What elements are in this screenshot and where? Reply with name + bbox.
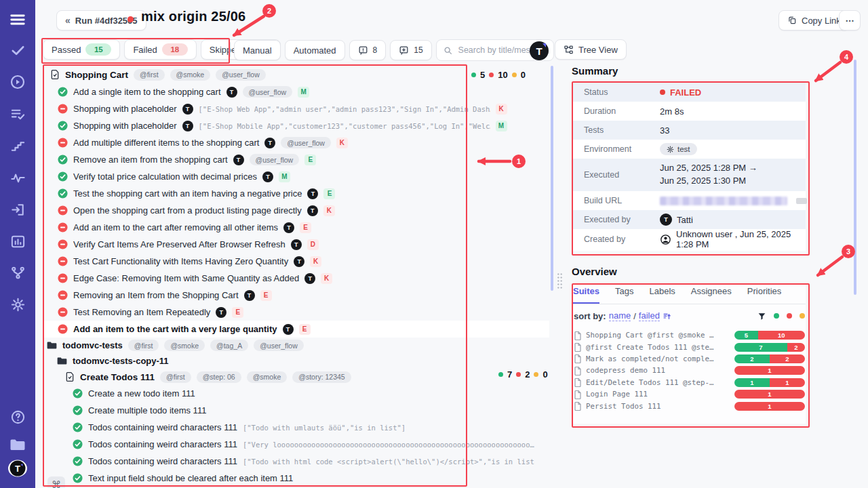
tab-suites[interactable]: Suites — [573, 286, 599, 304]
panel-resize-handle[interactable] — [557, 272, 563, 290]
failed-filter-dot[interactable] — [787, 313, 792, 319]
testomat-logo-icon: T — [304, 273, 315, 284]
panel-scrollbar[interactable] — [854, 60, 856, 295]
tag-pill[interactable]: @user_flow — [250, 154, 300, 165]
test-row[interactable]: Remove an item from the shopping cartT@u… — [43, 151, 549, 168]
test-row[interactable]: Shopping with placeholderT["E-Shop Mobil… — [43, 117, 549, 134]
test-row[interactable]: Todos containing weird characters 111["T… — [43, 453, 549, 470]
tree-view-button[interactable]: Tree View — [555, 39, 627, 60]
comments-button-2[interactable]: 15 — [390, 40, 431, 60]
testomat-logo-icon[interactable]: T — [530, 41, 549, 60]
tag-pill[interactable]: @first — [134, 69, 165, 81]
folder-row[interactable]: todomvc-tests@first@smoke@tag_A@user_flo… — [43, 338, 549, 353]
automated-filter-button[interactable]: Automated — [285, 40, 345, 60]
summary-row-environment: Environmenttest — [573, 140, 806, 159]
tag-pill[interactable]: @smoke — [170, 69, 211, 81]
sort-by-name[interactable]: name — [609, 310, 631, 321]
ellipsis-icon: ⋯ — [846, 16, 854, 26]
summary-value: TTatti — [660, 214, 693, 226]
list-check-icon — [10, 106, 26, 122]
sidebar-item-chart[interactable] — [0, 231, 35, 251]
test-row[interactable]: Shopping with placeholderT["E-Shop Web A… — [43, 100, 549, 117]
owner-badge: E — [323, 188, 335, 199]
tag-pill[interactable]: @tag_A — [210, 340, 248, 351]
main-scrollbar[interactable] — [551, 66, 553, 291]
suite-row[interactable]: Create Todos 111@first@step: 06@smoke@st… — [43, 369, 549, 385]
test-row[interactable]: Add a single item to the shopping cartT@… — [43, 83, 549, 100]
overview-suite-row[interactable]: codepress demo 1111 — [574, 365, 805, 376]
tab-assignees[interactable]: Assignees — [691, 286, 732, 304]
results-bar: 11 — [734, 378, 805, 387]
passed-filter-dot[interactable] — [774, 313, 779, 319]
owner-badge: E — [232, 307, 243, 318]
failed-icon — [58, 256, 68, 266]
test-row[interactable]: Todos containing weird characters 111["V… — [43, 436, 549, 453]
test-row[interactable]: Test Removing an Item RepeatedlyTE — [43, 304, 549, 321]
summary-row-executed: ExecutedJun 25, 2025 1:28 PM →Jun 25, 20… — [573, 159, 806, 191]
summary-label: Build URL — [573, 196, 660, 205]
sidebar-item-activity[interactable] — [0, 167, 35, 188]
svg-text:T: T — [15, 464, 20, 474]
test-row[interactable]: Test Cart Functionality with Items Havin… — [43, 253, 549, 270]
tag-pill[interactable]: @user_flow — [281, 137, 331, 148]
testomat-logo-icon: T — [216, 307, 226, 318]
sidebar-item-menu[interactable] — [0, 9, 35, 30]
tab-priorities[interactable]: Priorities — [747, 286, 782, 304]
overview-suite-row[interactable]: Shopping Cart @first @smoke …510 — [574, 329, 805, 341]
tab-tags[interactable]: Tags — [615, 286, 633, 304]
sidebar-item-check[interactable] — [0, 40, 35, 60]
test-row[interactable]: Open the shopping cart from a product li… — [43, 202, 549, 219]
tag-pill[interactable]: @first — [128, 340, 159, 351]
overview-suite-row[interactable]: Edit/Delete Todos 111 @step-…11 — [574, 377, 805, 388]
comments-button-1[interactable]: 8 — [349, 40, 387, 60]
sidebar-item-branch[interactable] — [0, 262, 35, 283]
overview-suite-row[interactable]: Login Page 1111 — [574, 388, 805, 400]
tag-pill[interactable]: @smoke — [164, 340, 205, 351]
tag-pill[interactable]: @user_flow — [254, 340, 304, 351]
tag-pill[interactable]: @user_flow — [216, 69, 266, 81]
filter-count-badge: 15 — [85, 43, 111, 56]
test-row[interactable]: Verify total price calculation with deci… — [43, 168, 549, 185]
tab-labels[interactable]: Labels — [649, 286, 675, 304]
tag-pill[interactable]: @story: 12345 — [292, 371, 351, 383]
sidebar-item-brand-logo[interactable]: T — [0, 458, 35, 479]
test-row[interactable]: Text input field should be cleared after… — [43, 470, 549, 487]
tag-pill[interactable]: @first — [160, 371, 191, 383]
sidebar-item-list-check[interactable] — [0, 104, 35, 124]
test-row[interactable]: Todos containing weird characters 111["T… — [43, 419, 549, 436]
filter-failed-button[interactable]: Failed18 — [124, 39, 196, 60]
environment-badge[interactable]: test — [660, 143, 697, 155]
app-sidebar: T — [0, 0, 35, 488]
manual-filter-button[interactable]: Manual — [234, 40, 281, 60]
overview-suite-row[interactable]: @first Create Todos 111 @ste…72 — [574, 341, 805, 352]
overview-suite-row[interactable]: Persist Todos 1111 — [574, 400, 805, 411]
test-row[interactable]: Add an item to the cart with a very larg… — [43, 321, 549, 338]
funnel-icon[interactable] — [757, 312, 766, 321]
folder-row[interactable]: todomvc-tests-copy-11 — [43, 353, 549, 369]
sidebar-item-help[interactable] — [0, 407, 35, 427]
tag-pill[interactable]: @step: 06 — [197, 371, 241, 383]
overview-suite-row[interactable]: Mark as completed/not comple…22 — [574, 353, 805, 365]
tag-pill[interactable]: @smoke — [247, 371, 288, 383]
sidebar-item-folders[interactable] — [0, 434, 35, 454]
test-row[interactable]: Verify Cart Items Are Preserved After Br… — [43, 236, 549, 253]
test-row[interactable]: Edge Case: Removing Item with Same Quant… — [43, 270, 549, 287]
test-row[interactable]: Create a new todo item 111 — [43, 385, 549, 402]
failed-segment: 1 — [770, 378, 805, 387]
doc-icon — [574, 378, 582, 387]
sidebar-item-gear[interactable] — [0, 294, 35, 314]
sidebar-item-play-circle[interactable] — [0, 72, 35, 92]
sidebar-item-steps[interactable] — [0, 136, 35, 156]
sidebar-item-sign-in[interactable] — [0, 199, 35, 220]
test-row[interactable]: Create multiple todo items 111 — [43, 402, 549, 419]
more-actions-button[interactable]: ⋯ — [839, 10, 861, 30]
test-row[interactable]: Add multiple different items to the shop… — [43, 134, 549, 151]
skipped-filter-dot[interactable] — [800, 313, 805, 319]
test-row[interactable]: Test the shopping cart with an item havi… — [43, 185, 549, 202]
filter-passed-button[interactable]: Passed15 — [43, 39, 120, 60]
search-input[interactable] — [457, 45, 541, 56]
test-row[interactable]: Add an item to the cart after removing a… — [43, 219, 549, 236]
sort-by-failed[interactable]: failed — [639, 310, 660, 321]
tag-pill[interactable]: @user_flow — [243, 86, 293, 98]
test-row[interactable]: Removing an Item from the Shopping CartT… — [43, 287, 549, 304]
